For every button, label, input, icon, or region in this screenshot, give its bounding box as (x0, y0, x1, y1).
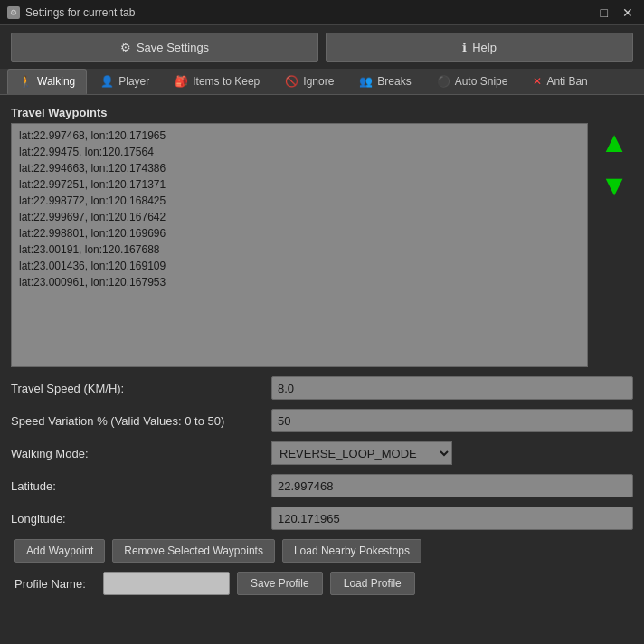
longitude-input[interactable] (271, 507, 633, 530)
help-label: Help (472, 41, 497, 54)
list-item[interactable]: lat:22.999697, lon:120.167642 (15, 209, 583, 225)
tabs: 🚶 Walking 👤 Player 🎒 Items to Keep 🚫 Ign… (0, 69, 644, 95)
longitude-row: Longitude: (11, 507, 633, 530)
tab-auto-snipe-icon: ⚫ (437, 75, 450, 88)
tab-anti-ban-icon: ✕ (533, 75, 542, 88)
profile-row: Profile Name: Save Profile Load Profile (11, 572, 633, 595)
speed-variation-label: Speed Variation % (Valid Values: 0 to 50… (11, 414, 264, 428)
waypoints-controls: ▲ ▼ (595, 123, 633, 204)
list-item[interactable]: lat:22.998772, lon:120.168425 (15, 193, 583, 209)
tab-auto-snipe[interactable]: ⚫ Auto Snipe (425, 69, 520, 94)
remove-selected-button[interactable]: Remove Selected Waypoints (112, 539, 275, 563)
tab-anti-ban-label: Anti Ban (546, 75, 587, 88)
waypoints-row: lat:22.997468, lon:120.171965lat:22.9947… (11, 123, 633, 367)
tab-player-label: Player (118, 75, 149, 88)
latitude-input[interactable] (271, 474, 633, 497)
title-bar: ⚙ Settings for current tab — □ ✕ (0, 0, 644, 25)
action-buttons: Add Waypoint Remove Selected Waypoints L… (11, 539, 633, 563)
add-waypoint-button[interactable]: Add Waypoint (14, 539, 105, 563)
profile-name-label: Profile Name: (14, 577, 96, 591)
tab-player[interactable]: 👤 Player (89, 69, 161, 94)
title-bar-controls: — □ ✕ (570, 6, 637, 19)
travel-waypoints-section: Travel Waypoints lat:22.997468, lon:120.… (11, 106, 633, 367)
load-profile-button[interactable]: Load Profile (330, 572, 415, 595)
tab-auto-snipe-label: Auto Snipe (455, 75, 508, 88)
tab-breaks-icon: 👥 (359, 75, 373, 88)
tab-ignore[interactable]: 🚫 Ignore (273, 69, 346, 94)
list-item[interactable]: lat:23.000961, lon:120.167953 (15, 274, 583, 290)
list-item[interactable]: lat:23.001436, lon:120.169109 (15, 258, 583, 274)
tab-breaks[interactable]: 👥 Breaks (347, 69, 422, 94)
list-item[interactable]: lat:22.994663, lon:120.174386 (15, 160, 583, 176)
travel-speed-row: Travel Speed (KM/H): (11, 376, 633, 400)
tab-items-to-keep-icon: 🎒 (175, 75, 188, 88)
top-buttons: ⚙ Save Settings ℹ Help (0, 25, 644, 69)
travel-speed-label: Travel Speed (KM/H): (11, 382, 264, 395)
arrow-up-icon: ▲ (600, 126, 629, 159)
walking-mode-row: Walking Mode: REVERSE_LOOP_MODELOOP_MODE… (11, 441, 633, 465)
arrow-down-icon: ▼ (600, 169, 629, 203)
save-settings-button[interactable]: ⚙ Save Settings (11, 33, 318, 62)
title-bar-left: ⚙ Settings for current tab (7, 6, 135, 19)
help-button[interactable]: ℹ Help (326, 33, 633, 62)
longitude-label: Longitude: (11, 512, 264, 526)
travel-speed-input[interactable] (271, 376, 633, 400)
minimize-button[interactable]: — (570, 6, 590, 19)
speed-variation-row: Speed Variation % (Valid Values: 0 to 50… (11, 409, 633, 432)
waypoints-list[interactable]: lat:22.997468, lon:120.171965lat:22.9947… (11, 123, 588, 367)
tab-player-icon: 👤 (100, 75, 114, 88)
travel-waypoints-title: Travel Waypoints (11, 106, 633, 119)
tab-ignore-label: Ignore (303, 75, 334, 88)
list-item[interactable]: lat:22.997468, lon:120.171965 (15, 128, 583, 144)
walking-mode-label: Walking Mode: (11, 447, 264, 460)
save-settings-icon: ⚙ (120, 41, 131, 54)
speed-variation-input[interactable] (271, 409, 633, 432)
help-icon: ℹ (462, 41, 467, 54)
tab-walking-label: Walking (37, 75, 75, 88)
maximize-button[interactable]: □ (597, 6, 611, 19)
tab-walking-icon: 🚶 (19, 75, 33, 88)
move-up-button[interactable]: ▲ (595, 123, 633, 161)
latitude-row: Latitude: (11, 474, 633, 497)
tab-walking[interactable]: 🚶 Walking (7, 69, 87, 94)
save-settings-label: Save Settings (137, 41, 209, 54)
load-nearby-button[interactable]: Load Nearby Pokestops (282, 539, 421, 563)
close-button[interactable]: ✕ (619, 6, 637, 19)
tab-items-to-keep[interactable]: 🎒 Items to Keep (163, 69, 271, 94)
list-item[interactable]: lat:22.99475, lon:120.17564 (15, 144, 583, 160)
tab-breaks-label: Breaks (377, 75, 411, 88)
profile-name-input[interactable] (103, 572, 230, 595)
content: Travel Waypoints lat:22.997468, lon:120.… (0, 95, 644, 606)
list-item[interactable]: lat:22.997251, lon:120.171371 (15, 176, 583, 193)
tab-anti-ban[interactable]: ✕ Anti Ban (521, 69, 599, 94)
tab-items-to-keep-label: Items to Keep (193, 75, 260, 88)
list-item[interactable]: lat:22.998801, lon:120.169696 (15, 225, 583, 242)
move-down-button[interactable]: ▼ (595, 166, 633, 204)
save-profile-button[interactable]: Save Profile (237, 572, 323, 595)
latitude-label: Latitude: (11, 479, 264, 493)
walking-mode-select[interactable]: REVERSE_LOOP_MODELOOP_MODERANDOM_MODE (271, 441, 452, 465)
tab-ignore-icon: 🚫 (285, 75, 298, 88)
list-item[interactable]: lat:23.00191, lon:120.167688 (15, 242, 583, 258)
title-bar-title: Settings for current tab (25, 6, 135, 19)
app-icon: ⚙ (7, 6, 20, 19)
